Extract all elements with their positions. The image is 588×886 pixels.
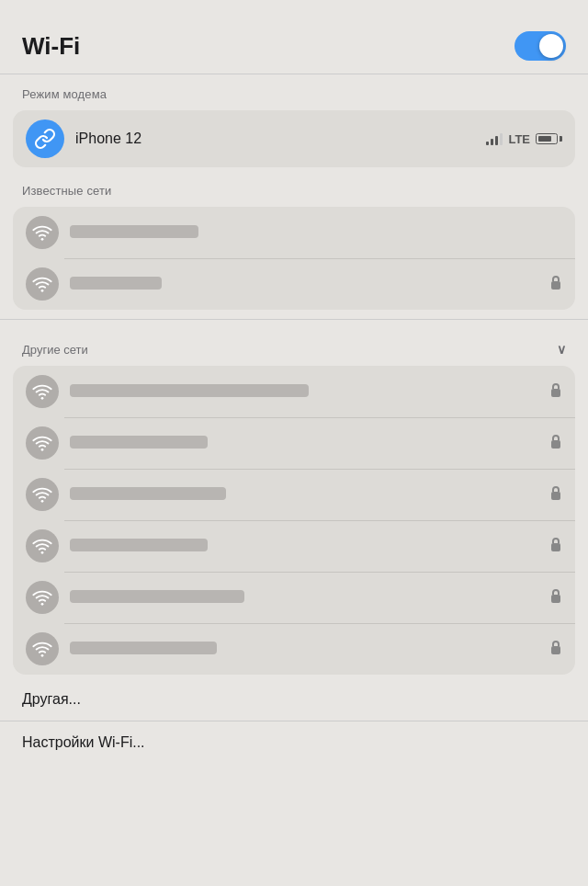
lock-icon-o3 xyxy=(549,485,562,505)
wifi-icon-wrap-o5 xyxy=(26,581,59,614)
section-divider xyxy=(0,319,588,320)
wifi-toggle[interactable] xyxy=(514,31,566,61)
known-network-2[interactable] xyxy=(13,258,575,310)
other-network-3[interactable] xyxy=(13,469,575,520)
other-network-6-label xyxy=(70,642,542,657)
other-section-header: Другие сети ∨ xyxy=(0,329,588,362)
blurred-ssid-o4 xyxy=(70,539,208,551)
other-networks-card xyxy=(13,366,575,675)
other-network-4[interactable] xyxy=(13,520,575,572)
hotspot-device-name: iPhone 12 xyxy=(75,131,486,147)
blurred-ssid-k2 xyxy=(70,277,162,290)
bar-3 xyxy=(495,136,498,145)
battery-tip xyxy=(560,136,562,142)
other-network-5[interactable] xyxy=(13,572,575,623)
lock-icon-o1 xyxy=(549,382,562,402)
wifi-icon-o1 xyxy=(32,381,52,402)
other-network-4-label xyxy=(70,539,542,554)
svg-rect-6 xyxy=(551,440,560,449)
bar-4 xyxy=(500,133,503,145)
svg-rect-2 xyxy=(551,281,560,290)
wifi-settings-page: Wi-Fi Режим модема iPhone 12 xyxy=(0,0,588,764)
lock-icon-o6 xyxy=(549,640,562,659)
link-icon xyxy=(34,128,56,150)
other-section-label: Другие сети xyxy=(22,343,88,357)
other-network-6[interactable] xyxy=(13,623,575,675)
wifi-icon-wrap-o6 xyxy=(26,632,59,665)
blurred-ssid-o6 xyxy=(70,642,217,654)
wifi-icon-o5 xyxy=(32,587,52,608)
header: Wi-Fi xyxy=(0,18,588,74)
blurred-ssid-o3 xyxy=(70,487,226,500)
blurred-ssid-o5 xyxy=(70,590,244,603)
svg-point-0 xyxy=(41,238,44,241)
svg-point-9 xyxy=(41,551,44,554)
other-network-3-label xyxy=(70,487,542,503)
lock-svg-k2 xyxy=(549,275,562,290)
other-network-2-label xyxy=(70,436,542,451)
battery-fill xyxy=(538,136,551,142)
wifi-icon-wrap-o4 xyxy=(26,529,59,562)
hotspot-signal: LTE xyxy=(486,132,562,146)
bar-1 xyxy=(486,142,489,145)
wifi-icon-o4 xyxy=(32,536,52,556)
svg-point-11 xyxy=(41,603,44,606)
lock-icon-o2 xyxy=(549,434,562,453)
svg-rect-14 xyxy=(551,646,560,654)
wifi-icon-wrap-k2 xyxy=(26,267,59,301)
wifi-icon-wrap-o3 xyxy=(26,478,59,511)
svg-point-7 xyxy=(41,500,44,503)
other-network-5-label xyxy=(70,590,542,606)
svg-point-5 xyxy=(41,449,44,451)
bar-2 xyxy=(491,139,493,145)
svg-rect-12 xyxy=(551,595,560,603)
svg-rect-10 xyxy=(551,543,560,551)
blurred-ssid-o2 xyxy=(70,436,208,449)
wifi-icon-k2 xyxy=(32,274,52,294)
wifi-icon-wrap-o2 xyxy=(26,426,59,460)
blurred-ssid-o1 xyxy=(70,384,309,397)
page-title: Wi-Fi xyxy=(22,32,80,61)
signal-bars xyxy=(486,132,503,145)
wifi-settings-button[interactable]: Настройки Wi-Fi... xyxy=(0,721,588,764)
other-network-button[interactable]: Другая... xyxy=(0,678,588,721)
chevron-down-icon[interactable]: ∨ xyxy=(557,342,566,357)
wifi-icon-wrap-k1 xyxy=(26,216,59,249)
wifi-icon-o6 xyxy=(32,639,52,659)
other-network-1-label xyxy=(70,384,542,400)
wifi-icon-wrap-o1 xyxy=(26,375,59,408)
toggle-knob xyxy=(539,34,563,58)
known-section-label: Известные сети xyxy=(0,171,588,203)
known-networks-card xyxy=(13,207,575,310)
known-network-1-label xyxy=(70,225,562,241)
svg-point-13 xyxy=(41,654,44,657)
hotspot-row[interactable]: iPhone 12 LTE xyxy=(13,110,575,167)
svg-rect-4 xyxy=(551,389,560,397)
svg-point-1 xyxy=(41,290,44,292)
known-network-2-label xyxy=(70,277,542,292)
svg-point-3 xyxy=(41,397,44,400)
svg-rect-8 xyxy=(551,492,560,500)
other-network-2[interactable] xyxy=(13,417,575,469)
hotspot-icon xyxy=(26,119,64,158)
modem-section-label: Режим модема xyxy=(0,74,588,107)
lock-icon-o4 xyxy=(549,537,562,556)
known-network-1[interactable] xyxy=(13,207,575,258)
lock-icon-k2 xyxy=(549,275,562,294)
wifi-icon-k1 xyxy=(32,222,52,243)
lte-label: LTE xyxy=(508,132,530,146)
modem-card: iPhone 12 LTE xyxy=(13,110,575,167)
battery-icon xyxy=(536,133,562,144)
battery-body xyxy=(536,133,558,144)
blurred-ssid-k1 xyxy=(70,225,198,238)
wifi-icon-o2 xyxy=(32,433,52,453)
other-network-1[interactable] xyxy=(13,366,575,417)
lock-icon-o5 xyxy=(549,588,562,608)
wifi-icon-o3 xyxy=(32,484,52,505)
